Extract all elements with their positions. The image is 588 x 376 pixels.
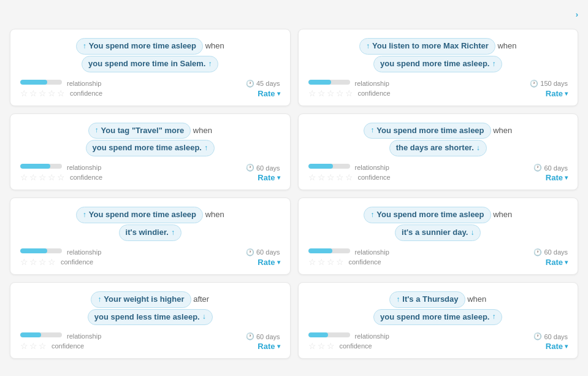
star-1[interactable]: ☆	[20, 88, 28, 98]
rate-caret-icon: ▾	[277, 343, 280, 350]
rate-button[interactable]: Rate ▾	[258, 258, 280, 267]
card-line1: ↑ You spend more time asleep when	[20, 38, 280, 55]
relationship-bar-container	[20, 80, 62, 85]
pill-condition: you spend more time asleep. ↑	[373, 56, 502, 72]
rate-label: Rate	[258, 342, 275, 351]
pill-condition: you spend more time asleep. ↑	[86, 140, 215, 156]
star-3[interactable]: ☆	[327, 88, 335, 98]
relationship-bar-container	[308, 164, 350, 169]
days-label: 🕐 60 days	[246, 332, 280, 340]
relationship-bar-container	[308, 248, 350, 253]
star-5[interactable]: ☆	[345, 172, 353, 182]
stars-container[interactable]: ☆☆☆☆☆	[308, 88, 353, 98]
star-3[interactable]: ☆	[39, 88, 47, 98]
card-line1: ↑ Your weight is higher after	[20, 291, 280, 308]
rate-label: Rate	[546, 173, 563, 182]
days-value: 60 days	[544, 164, 568, 172]
star-4[interactable]: ☆	[48, 172, 56, 182]
star-4[interactable]: ☆	[336, 172, 344, 182]
pill-subject-text: You listen to more Max Richter	[372, 40, 489, 53]
star-2[interactable]: ☆	[29, 257, 37, 267]
star-2[interactable]: ☆	[318, 257, 326, 267]
pill-condition-text: you spend more time asleep.	[93, 142, 202, 155]
star-4[interactable]: ☆	[336, 257, 344, 267]
relationship-bar	[308, 80, 331, 85]
card-footer: relationship ☆☆☆☆☆ confidence 🕐 60 days …	[308, 164, 568, 182]
card-footer: relationship ☆☆☆☆ confidence 🕐 60 days R…	[308, 248, 568, 267]
days-label: 🕐 60 days	[533, 332, 568, 340]
days-value: 60 days	[544, 248, 568, 256]
rate-button[interactable]: Rate ▾	[258, 342, 280, 351]
pill-subject: ↑ You spend more time asleep	[364, 207, 491, 223]
star-2[interactable]: ☆	[318, 172, 326, 182]
rate-button[interactable]: Rate ▾	[546, 173, 568, 182]
meta-right: 🕐 45 days Rate ▾	[246, 80, 280, 98]
relationship-bar-container	[20, 332, 62, 337]
stars-container[interactable]: ☆☆☆	[308, 341, 335, 351]
stars-container[interactable]: ☆☆☆☆☆	[20, 88, 65, 98]
star-3[interactable]: ☆	[39, 341, 47, 351]
rate-label: Rate	[258, 173, 275, 182]
star-3[interactable]: ☆	[39, 257, 47, 267]
stars-container[interactable]: ☆☆☆☆☆	[308, 172, 353, 182]
star-3[interactable]: ☆	[39, 172, 47, 182]
star-1[interactable]: ☆	[20, 257, 28, 267]
star-5[interactable]: ☆	[57, 172, 65, 182]
star-1[interactable]: ☆	[308, 341, 316, 351]
clock-icon: 🕐	[533, 248, 542, 256]
star-5[interactable]: ☆	[57, 88, 65, 98]
connector-word: when	[205, 210, 224, 219]
star-2[interactable]: ☆	[29, 88, 37, 98]
arrow-up-icon: ↑	[370, 125, 374, 136]
rate-button[interactable]: Rate ▾	[258, 173, 280, 182]
rate-button[interactable]: Rate ▾	[546, 342, 568, 351]
rate-button[interactable]: Rate ▾	[258, 89, 280, 98]
arrow-condition-icon: ↑	[171, 227, 175, 239]
card-line1: ↑ You spend more time asleep when	[308, 123, 568, 139]
star-4[interactable]: ☆	[48, 257, 56, 267]
card-line1: ↑ You spend more time asleep when	[20, 207, 280, 223]
card-line1: ↑ You spend more time asleep when	[308, 207, 568, 223]
star-1[interactable]: ☆	[308, 257, 316, 267]
star-1[interactable]: ☆	[308, 88, 316, 98]
arrow-condition-icon: ↑	[204, 142, 208, 154]
star-1[interactable]: ☆	[308, 172, 316, 182]
view-all-link[interactable]: ›	[573, 10, 578, 19]
days-label: 🕐 60 days	[533, 248, 568, 256]
star-5[interactable]: ☆	[345, 88, 353, 98]
rate-label: Rate	[546, 89, 563, 98]
rate-button[interactable]: Rate ▾	[546, 258, 568, 267]
star-3[interactable]: ☆	[327, 257, 335, 267]
confidence-label: confidence	[349, 258, 381, 266]
arrow-up-icon: ↑	[95, 125, 99, 136]
arrow-up-icon: ↑	[370, 209, 374, 221]
clock-icon: 🕐	[246, 332, 254, 340]
stars-container[interactable]: ☆☆☆☆	[308, 257, 344, 267]
connector-word: when	[205, 41, 224, 50]
stars-container[interactable]: ☆☆☆☆☆	[20, 172, 65, 182]
stars-container[interactable]: ☆☆☆	[20, 341, 47, 351]
star-2[interactable]: ☆	[29, 172, 37, 182]
card-line2: you spend more time asleep. ↑	[308, 309, 568, 326]
star-2[interactable]: ☆	[318, 88, 326, 98]
star-1[interactable]: ☆	[20, 172, 28, 182]
star-2[interactable]: ☆	[318, 341, 326, 351]
star-3[interactable]: ☆	[327, 172, 335, 182]
rate-button[interactable]: Rate ▾	[546, 89, 568, 98]
card-body: ↑ You listen to more Max Richter when yo…	[308, 38, 568, 72]
relationship-label: relationship	[355, 332, 389, 340]
star-2[interactable]: ☆	[29, 341, 37, 351]
pill-subject-text: You spend more time asleep	[376, 209, 484, 221]
star-1[interactable]: ☆	[20, 341, 28, 351]
star-4[interactable]: ☆	[336, 88, 344, 98]
star-4[interactable]: ☆	[48, 88, 56, 98]
arrow-up-icon: ↑	[83, 209, 86, 221]
arrow-condition-icon: ↑	[208, 58, 212, 70]
pill-condition-text: the days are shorter.	[396, 142, 474, 155]
meta-right: 🕐 60 days Rate ▾	[533, 332, 568, 351]
relationship-label: relationship	[355, 164, 389, 171]
star-3[interactable]: ☆	[327, 341, 335, 351]
pill-condition: the days are shorter. ↓	[389, 140, 487, 156]
stars-container[interactable]: ☆☆☆☆	[20, 257, 56, 267]
correlation-card-8: ↑ It's a Thursday when you spend more ti…	[298, 282, 579, 359]
